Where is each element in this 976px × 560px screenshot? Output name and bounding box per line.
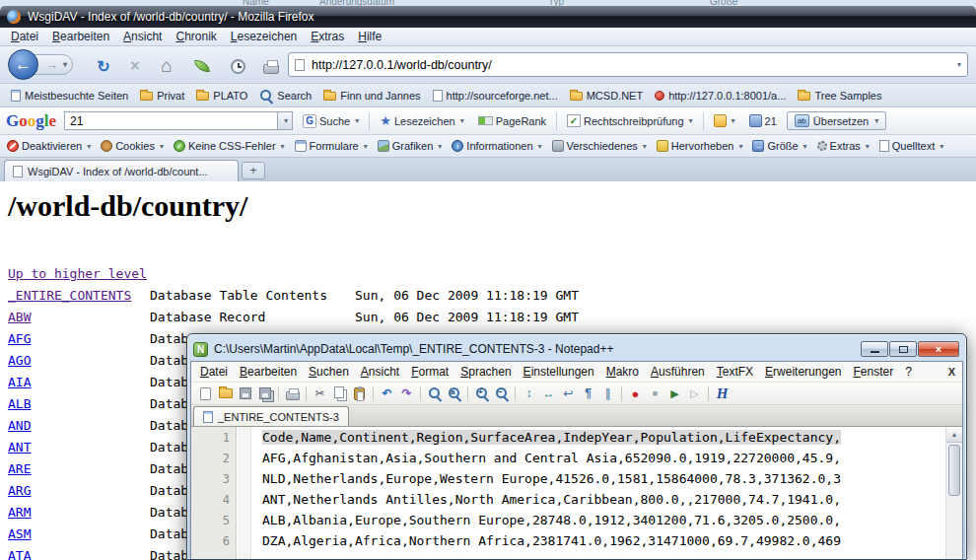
history-button[interactable] bbox=[225, 54, 250, 78]
bookmark-mcsd[interactable]: MCSD.NET bbox=[565, 88, 648, 104]
chevron-down-icon[interactable]: ▾ bbox=[63, 60, 67, 69]
sync-vertical-icon[interactable]: ↕ bbox=[521, 385, 537, 402]
close-button[interactable]: × bbox=[918, 341, 959, 357]
npp-menu-fenster[interactable]: Fenster bbox=[847, 365, 899, 379]
npp-menu-ausfuehren[interactable]: Ausführen bbox=[645, 365, 711, 379]
listing-link[interactable]: ABW bbox=[8, 310, 31, 324]
listing-link[interactable]: AGO bbox=[8, 353, 31, 368]
document-tab[interactable]: _ENTIRE_CONTENTS-3 bbox=[193, 406, 349, 426]
npp-menu-datei[interactable]: Datei bbox=[194, 365, 234, 379]
notepadpp-titlebar[interactable]: N C:\Users\Martin\AppData\Local\Temp\_EN… bbox=[190, 337, 963, 361]
webdev-verschiedenes[interactable]: Verschiedenes▾ bbox=[549, 140, 650, 152]
replace-icon[interactable]: a bbox=[446, 385, 462, 402]
cut-icon[interactable]: ✂ bbox=[312, 385, 328, 402]
new-tab-button[interactable]: + bbox=[242, 162, 265, 179]
paste-icon[interactable] bbox=[351, 385, 368, 402]
menu-ansicht[interactable]: Ansicht bbox=[116, 30, 169, 43]
stop-button[interactable]: × bbox=[122, 54, 148, 78]
counter-widget[interactable]: 21 bbox=[745, 112, 781, 129]
textfx-icon[interactable]: H bbox=[714, 385, 731, 402]
bookmark-most-visited[interactable]: Meistbesuchte Seiten bbox=[6, 88, 133, 104]
listing-link[interactable]: AND bbox=[8, 418, 31, 433]
menu-chronik[interactable]: Chronik bbox=[169, 30, 223, 43]
menu-datei[interactable]: Datei bbox=[4, 30, 45, 43]
vertical-scrollbar[interactable]: ▲ bbox=[945, 427, 962, 559]
show-symbols-icon[interactable]: ¶ bbox=[580, 385, 596, 402]
chevron-down-icon[interactable]: ▾ bbox=[957, 60, 961, 69]
bookmark-search[interactable]: Search bbox=[254, 87, 316, 105]
pagerank-widget[interactable]: PageRank bbox=[474, 113, 550, 129]
sync-horizontal-icon[interactable]: ↔ bbox=[540, 385, 557, 402]
listing-link[interactable]: ATA bbox=[8, 548, 31, 560]
zoom-in-icon[interactable]: + bbox=[473, 385, 490, 402]
print-icon[interactable] bbox=[284, 385, 301, 402]
google-search-dropdown[interactable]: ▾ bbox=[277, 112, 292, 129]
find-icon[interactable] bbox=[426, 385, 443, 402]
webdev-deaktivieren[interactable]: Deaktivieren▾ bbox=[4, 140, 94, 152]
menu-extras[interactable]: Extras bbox=[304, 30, 351, 43]
open-folder-icon[interactable] bbox=[217, 385, 234, 402]
npp-menu-sprachen[interactable]: Sprachen bbox=[454, 365, 517, 379]
scrollbar-thumb[interactable] bbox=[948, 445, 960, 496]
npp-menu-format[interactable]: Format bbox=[405, 365, 454, 379]
google-bookmarks-button[interactable]: ★Lesezeichen▾ bbox=[376, 112, 467, 129]
editor-area[interactable]: 1Code,Name,Continent,Region,SurfaceArea,… bbox=[191, 427, 962, 559]
minimize-button[interactable] bbox=[861, 341, 888, 357]
print-button[interactable] bbox=[258, 54, 284, 78]
webdev-quelltext[interactable]: Quelltext▾ bbox=[876, 140, 946, 152]
listing-link[interactable]: ASM bbox=[8, 526, 31, 541]
webdev-groesse[interactable]: ↔Größe▾ bbox=[749, 140, 809, 152]
bookmark-privat[interactable]: Privat bbox=[135, 88, 189, 104]
document-close-button[interactable]: X bbox=[948, 366, 955, 378]
spellcheck-button[interactable]: ✓Rechtschreibprüfung▾ bbox=[563, 112, 697, 129]
redo-icon[interactable]: ↷ bbox=[398, 385, 415, 402]
listing-link[interactable]: ANT bbox=[8, 440, 31, 455]
webdev-hervorheben[interactable]: Hervorheben▾ bbox=[654, 140, 746, 152]
save-all-icon[interactable] bbox=[256, 385, 273, 402]
npp-menu-einstellungen[interactable]: Einstellungen bbox=[518, 365, 600, 379]
menu-lesezeichen[interactable]: Lesezeichen bbox=[224, 30, 304, 43]
indent-guide-icon[interactable]: ∥ bbox=[599, 385, 616, 402]
play-macro-icon[interactable]: ▶ bbox=[666, 385, 683, 402]
feather-button[interactable] bbox=[189, 54, 215, 78]
menu-bearbeiten[interactable]: Bearbeiten bbox=[45, 30, 116, 43]
npp-menu-help[interactable]: ? bbox=[899, 365, 918, 379]
up-to-higher-level-link[interactable]: Up to higher level bbox=[8, 266, 147, 281]
listing-link[interactable]: _ENTIRE_CONTENTS bbox=[8, 288, 131, 303]
webdev-grafiken[interactable]: Grafiken▾ bbox=[375, 140, 446, 152]
listing-link[interactable]: ALB bbox=[8, 396, 31, 411]
listing-link[interactable]: AIA bbox=[8, 375, 31, 389]
maximize-button[interactable] bbox=[889, 341, 917, 357]
google-search-value[interactable]: 21 bbox=[65, 114, 277, 128]
reload-button[interactable]: ↻ bbox=[91, 54, 116, 78]
translate-button[interactable]: abÜbersetzen▾ bbox=[787, 111, 886, 130]
copy-icon[interactable] bbox=[331, 385, 348, 402]
webdev-extras[interactable]: Extras▾ bbox=[814, 140, 872, 152]
bookmark-plato[interactable]: PLATO bbox=[191, 88, 252, 104]
webdev-formulare[interactable]: Formulare▾ bbox=[292, 140, 371, 152]
listing-link[interactable]: AFG bbox=[8, 331, 31, 346]
bookmark-tree-samples[interactable]: Tree Samples bbox=[793, 88, 886, 104]
npp-menu-makro[interactable]: Makro bbox=[600, 365, 645, 379]
listing-link[interactable]: ARE bbox=[8, 461, 31, 476]
npp-menu-textfx[interactable]: TextFX bbox=[711, 365, 759, 379]
npp-menu-ansicht[interactable]: Ansicht bbox=[355, 365, 405, 379]
webdev-cookies[interactable]: Cookies▾ bbox=[98, 140, 167, 152]
zoom-out-icon[interactable]: − bbox=[493, 385, 510, 402]
npp-menu-suchen[interactable]: Suchen bbox=[303, 365, 355, 379]
google-search-box[interactable]: 21 ▾ bbox=[64, 111, 293, 130]
autofill-button[interactable]: ▾ bbox=[710, 112, 739, 129]
listing-link[interactable]: ARM bbox=[8, 505, 31, 520]
listing-link[interactable]: ARG bbox=[8, 483, 31, 498]
npp-menu-erweiterungen[interactable]: Erweiterungen bbox=[759, 365, 847, 379]
save-macro-icon[interactable]: ▷ bbox=[686, 385, 703, 402]
menu-hilfe[interactable]: Hilfe bbox=[351, 30, 388, 43]
save-icon[interactable] bbox=[237, 385, 253, 402]
webdev-css[interactable]: ✓Keine CSS-Fehler▾ bbox=[171, 140, 288, 152]
webdev-informationen[interactable]: iInformationen▾ bbox=[449, 140, 544, 152]
new-file-icon[interactable] bbox=[197, 385, 214, 402]
bookmark-sourceforge[interactable]: http://sourceforge.net... bbox=[428, 88, 563, 104]
bookmark-finn-und-jannes[interactable]: Finn und Jannes bbox=[318, 88, 425, 104]
scroll-up-arrow[interactable]: ▲ bbox=[946, 427, 962, 443]
record-macro-icon[interactable]: ● bbox=[627, 385, 644, 402]
